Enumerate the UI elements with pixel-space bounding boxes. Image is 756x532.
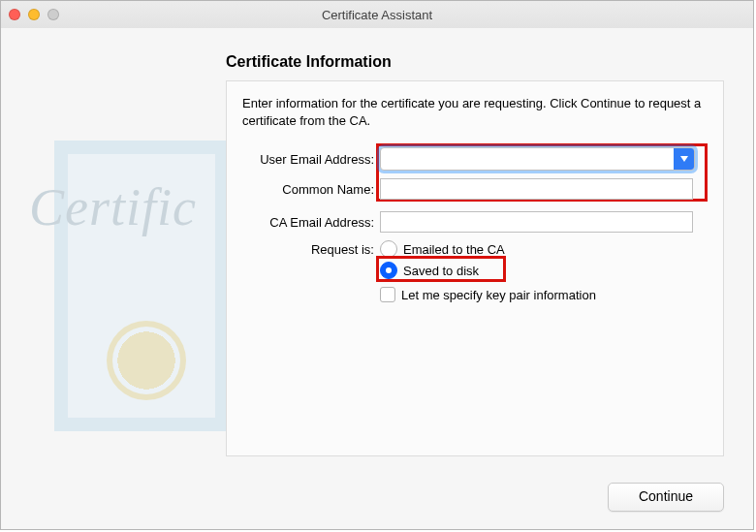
- ca-email-input[interactable]: [380, 211, 693, 233]
- continue-button[interactable]: Continue: [608, 483, 724, 512]
- common-name-label: Common Name:: [242, 182, 380, 197]
- radio-emailed-label: Emailed to the CA: [403, 242, 505, 257]
- window-body: Certific Certificate Information Enter i…: [1, 28, 753, 529]
- certificate-artwork: Certific: [54, 141, 229, 431]
- keypair-checkbox[interactable]: [380, 287, 395, 302]
- seal-icon: [112, 327, 180, 394]
- certificate-artwork-text: Certific: [29, 177, 197, 237]
- panel-heading: Certificate Information: [226, 53, 724, 71]
- form-area: User Email Address: Common N: [242, 147, 708, 302]
- window-title: Certificate Assistant: [322, 8, 432, 22]
- intro-text: Enter information for the certificate yo…: [242, 95, 708, 130]
- radio-saved[interactable]: [380, 262, 397, 279]
- row-keypair: Let me specify key pair information: [242, 287, 708, 302]
- radio-emailed[interactable]: [380, 240, 397, 258]
- request-label: Request is:: [242, 242, 380, 257]
- row-common-name: Common Name:: [242, 178, 708, 200]
- common-name-input[interactable]: [380, 178, 693, 200]
- row-user-email: User Email Address:: [242, 147, 708, 171]
- user-email-label: User Email Address:: [242, 152, 380, 167]
- minimize-icon[interactable]: [28, 9, 40, 20]
- assistant-window: Certificate Assistant Certific Certifica…: [0, 0, 754, 530]
- user-email-combo[interactable]: [380, 147, 695, 171]
- radio-saved-label: Saved to disk: [403, 264, 479, 278]
- content-panel: Certificate Information Enter informatio…: [226, 53, 724, 456]
- ca-email-label: CA Email Address:: [242, 215, 380, 230]
- user-email-input[interactable]: [381, 148, 674, 170]
- panel-box: Enter information for the certificate yo…: [226, 80, 724, 456]
- titlebar: Certificate Assistant: [1, 1, 753, 29]
- zoom-icon: [47, 9, 59, 20]
- row-ca-email: CA Email Address:: [242, 211, 708, 233]
- chevron-down-icon[interactable]: [674, 148, 694, 170]
- keypair-label: Let me specify key pair information: [401, 288, 596, 302]
- window-controls: [9, 9, 59, 20]
- row-request-saved: Saved to disk: [242, 262, 708, 279]
- row-request-emailed: Request is: Emailed to the CA: [242, 240, 708, 258]
- close-icon[interactable]: [9, 9, 20, 20]
